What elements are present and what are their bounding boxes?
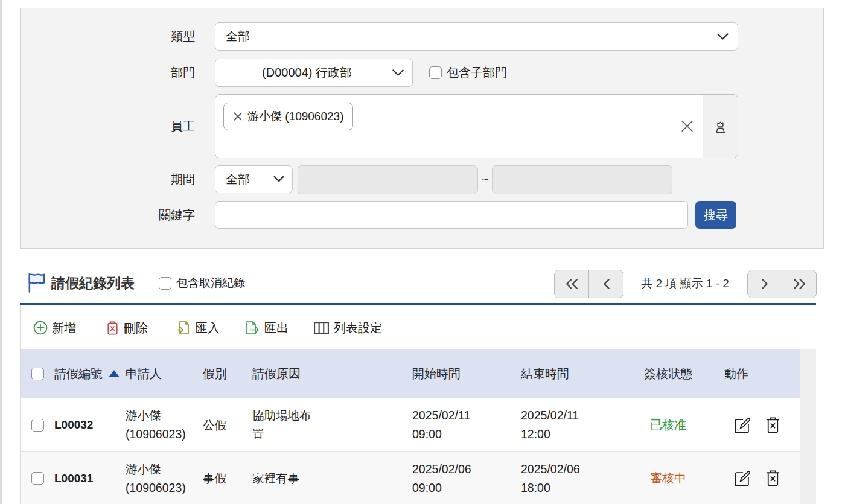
employee-tag-label: 游小傑 (10906023): [247, 109, 343, 124]
pagination-left-group: [554, 270, 623, 298]
type-label: 類型: [111, 22, 195, 51]
filter-panel: 類型 全部 部門 (D00004) 行政部 包含子部門 員工 游小傑 (1090…: [20, 8, 824, 249]
table-row: L00031 游小傑 (10906023) 事假 家裡有事 2025/02/06…: [21, 451, 800, 504]
include-subdepartments-checkbox[interactable]: [429, 66, 442, 79]
header-cell-action: 動作: [705, 349, 800, 398]
type-select[interactable]: 全部: [215, 22, 738, 51]
row-checkbox[interactable]: [31, 472, 44, 485]
status-badge: 審核中: [631, 452, 705, 504]
period-select-value: 全部: [226, 171, 250, 188]
add-button[interactable]: 新增: [33, 314, 76, 341]
plus-circle-icon: [33, 321, 48, 335]
chevron-down-icon: [717, 33, 729, 40]
period-select[interactable]: 全部: [215, 165, 293, 193]
import-button-label: 匯入: [196, 320, 220, 336]
cell-start-time: 2025/02/11 09:00: [412, 398, 521, 451]
last-page-button[interactable]: [782, 270, 816, 298]
next-page-button[interactable]: [748, 270, 782, 298]
cell-leave-type: 事假: [203, 452, 252, 504]
clear-employees-icon[interactable]: [680, 120, 694, 133]
header-cell-applicant[interactable]: 申請人: [126, 349, 203, 398]
period-end-input: [492, 165, 672, 194]
employee-picker-button[interactable]: [703, 95, 738, 158]
header-cell-status[interactable]: 簽核狀態: [631, 349, 705, 398]
header-cell-leave-type[interactable]: 假別: [203, 349, 252, 398]
cell-reason: 家裡有事: [252, 452, 412, 504]
edit-icon[interactable]: [732, 469, 751, 488]
first-page-button[interactable]: [555, 270, 588, 298]
period-label: 期間: [111, 165, 195, 193]
cell-applicant: 游小傑 (10906023): [126, 398, 203, 451]
date-range-separator: ~: [479, 165, 491, 193]
include-cancelled-label: 包含取消紀錄: [176, 270, 245, 296]
row-checkbox[interactable]: [31, 419, 44, 432]
cell-applicant: 游小傑 (10906023): [126, 452, 203, 504]
keyword-label: 關鍵字: [111, 201, 195, 229]
header-cell-start-time[interactable]: 開始時間: [412, 349, 521, 398]
sort-asc-icon: [109, 370, 120, 377]
import-button[interactable]: 匯入: [176, 314, 220, 341]
cell-select: [21, 452, 54, 504]
list-title: 請假紀錄列表: [51, 270, 135, 296]
header-cell-end-time[interactable]: 結束時間: [521, 349, 631, 398]
export-file-icon: [244, 320, 260, 336]
export-button[interactable]: 匯出: [244, 314, 289, 341]
header-cell-select: [21, 349, 54, 398]
add-button-label: 新增: [52, 320, 76, 336]
chevron-left-icon: [602, 278, 610, 290]
trash-x-icon: [106, 321, 120, 336]
table-right-gutter: [800, 349, 816, 504]
keyword-input[interactable]: [215, 201, 688, 229]
cell-reason: 協助場地布置: [252, 398, 412, 451]
header-cell-reason[interactable]: 請假原因: [252, 349, 412, 398]
remove-tag-icon[interactable]: [233, 112, 243, 121]
select-all-checkbox[interactable]: [31, 368, 44, 380]
cell-start-time: 2025/02/06 09:00: [412, 452, 521, 504]
search-button[interactable]: 搜尋: [695, 201, 736, 229]
list-settings-button-label: 列表設定: [334, 320, 382, 336]
export-button-label: 匯出: [264, 320, 289, 336]
columns-icon: [313, 321, 330, 335]
pagination-right-group: [747, 270, 817, 298]
cell-end-time: 2025/02/06 18:00: [521, 452, 631, 504]
department-select[interactable]: (D00004) 行政部: [215, 59, 413, 87]
chevron-right-icon: [761, 278, 769, 290]
department-label: 部門: [111, 59, 195, 87]
pagination-summary: 共 2 項 顯示 1 - 2: [625, 270, 745, 297]
include-cancelled-checkbox[interactable]: [159, 277, 171, 290]
delete-icon[interactable]: [765, 416, 781, 435]
section-divider-bar: [20, 303, 816, 305]
delete-button[interactable]: 刪除: [106, 314, 148, 341]
cell-select: [21, 398, 54, 451]
cell-leave-id: L00031: [54, 452, 126, 504]
employee-input-area[interactable]: 游小傑 (10906023): [215, 95, 703, 158]
cell-action: [705, 452, 800, 504]
cell-leave-id: L00032: [54, 398, 126, 451]
left-edge-strip: [0, 0, 2, 504]
employee-tag: 游小傑 (10906023): [223, 103, 353, 130]
employee-multiselect[interactable]: 游小傑 (10906023): [215, 94, 738, 158]
cell-end-time: 2025/02/11 12:00: [521, 398, 631, 451]
cell-leave-type: 公假: [203, 398, 252, 451]
type-select-value: 全部: [226, 28, 250, 45]
person-icon: [713, 118, 728, 135]
header-cell-leave-id[interactable]: 請假編號: [54, 349, 126, 398]
department-select-value: (D00004) 行政部: [262, 65, 352, 81]
include-subdepartments-label: 包含子部門: [447, 59, 507, 87]
delete-button-label: 刪除: [124, 320, 148, 336]
import-file-icon: [176, 320, 191, 336]
flag-icon: [27, 272, 46, 293]
table-row: L00032 游小傑 (10906023) 公假 協助場地布置 2025/02/…: [21, 398, 800, 451]
status-badge: 已核准: [631, 398, 705, 451]
cell-action: [705, 398, 800, 451]
double-chevron-right-icon: [792, 278, 806, 290]
chevron-down-icon: [273, 176, 284, 183]
list-settings-button[interactable]: 列表設定: [313, 314, 382, 341]
table-header-row: 請假編號 申請人 假別 請假原因 開始時間 結束時間 簽核狀態 動作: [21, 349, 800, 398]
period-start-input: [298, 165, 478, 194]
chevron-down-icon: [392, 69, 404, 77]
delete-icon[interactable]: [765, 469, 781, 488]
previous-page-button[interactable]: [588, 270, 623, 298]
edit-icon[interactable]: [732, 416, 751, 435]
employee-label: 員工: [111, 94, 195, 158]
